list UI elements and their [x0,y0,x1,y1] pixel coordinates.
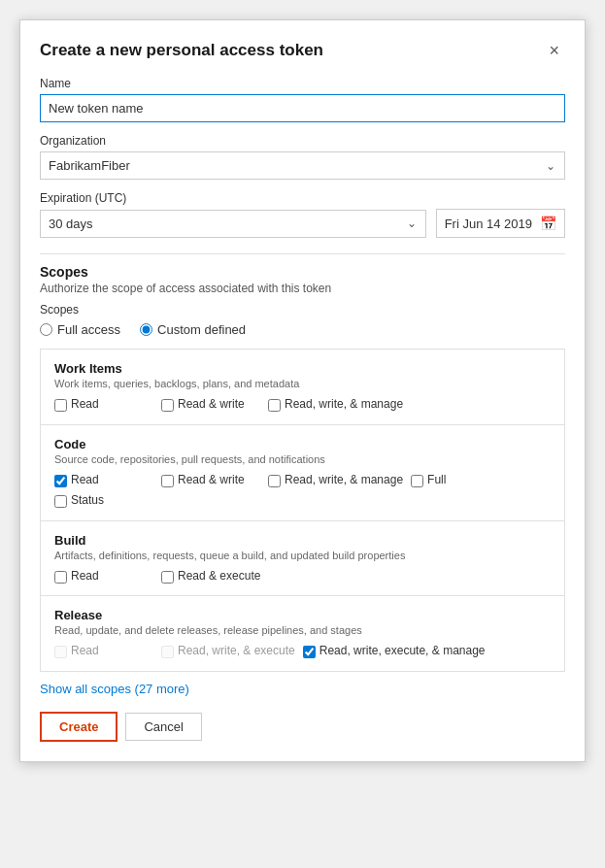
checkbox-item-3-0: Read [54,644,161,659]
checkbox-label-1-2: Read, write, & manage [285,473,403,488]
checkbox-label-0-0: Read [71,397,99,413]
checkbox-label-3-0: Read [71,644,99,659]
checkbox-label-1-4: Status [71,493,104,509]
scope-name-0: Work Items [54,361,551,376]
checkbox-label-3-1: Read, write, & execute [178,644,295,659]
dialog-title: Create a new personal access token [40,41,323,60]
checkbox-label-3-2: Read, write, execute, & manage [319,644,486,659]
scope-section-build: BuildArtifacts, definitions, requests, q… [41,521,564,597]
checkbox-item-1-1[interactable]: Read & write [161,473,268,488]
checkbox-row-2: ReadRead & execute [54,569,551,584]
create-button[interactable]: Create [40,712,118,742]
scopes-header: Scopes Authorize the scope of access ass… [40,264,565,337]
checkbox-label-1-3: Full [427,473,446,488]
scope-radio-row: Full access Custom defined [40,322,565,337]
scope-section-release: ReleaseRead, update, and delete releases… [41,596,564,671]
checkbox-input-3-0 [54,646,67,658]
checkbox-label-0-1: Read & write [178,397,245,413]
checkbox-item-0-0[interactable]: Read [54,397,161,413]
scope-name-2: Build [54,533,551,548]
expiration-select[interactable]: 30 days 60 days 90 days Custom [40,210,426,238]
checkbox-item-0-1[interactable]: Read & write [161,397,268,413]
scope-desc-2: Artifacts, definitions, requests, queue … [54,550,551,561]
checkbox-input-1-4[interactable] [54,495,67,508]
checkbox-input-1-2[interactable] [268,475,281,487]
scopes-authorize-text: Authorize the scope of access associated… [40,282,565,295]
checkbox-input-3-2[interactable] [303,646,316,658]
scope-full-access-input[interactable] [40,323,52,336]
org-select-wrapper: FabrikamFiber ⌄ [40,151,565,180]
name-field-group: Name [40,77,565,134]
scope-custom-label: Custom defined [157,322,246,337]
expiration-date-box[interactable]: Fri Jun 14 2019 📅 [436,209,565,238]
checkbox-input-2-1[interactable] [161,571,174,584]
scope-custom-radio[interactable]: Custom defined [140,322,246,337]
checkbox-input-0-0[interactable] [54,399,67,412]
expiration-row: 30 days 60 days 90 days Custom ⌄ Fri Jun… [40,209,565,238]
checkbox-item-2-1[interactable]: Read & execute [161,569,268,584]
checkbox-item-1-3[interactable]: Full [411,473,518,488]
scope-desc-1: Source code, repositories, pull requests… [54,453,551,465]
checkbox-row-0: ReadRead & writeRead, write, & manage [54,397,551,413]
checkbox-input-0-2[interactable] [268,399,281,412]
scopes-label: Scopes [40,303,565,317]
expiration-date-text: Fri Jun 14 2019 [445,217,532,231]
checkbox-item-2-0[interactable]: Read [54,569,161,584]
scopes-section-title: Scopes [40,264,565,280]
checkbox-item-1-4[interactable]: Status [54,493,161,509]
checkbox-item-3-2[interactable]: Read, write, execute, & manage [303,644,493,659]
create-token-dialog: Create a new personal access token × Nam… [19,19,586,762]
footer-row: Create Cancel [40,712,565,742]
token-name-input[interactable] [40,94,565,122]
scope-section-work-items: Work ItemsWork items, queries, backlogs,… [41,350,564,425]
expiration-field-group: Expiration (UTC) 30 days 60 days 90 days… [40,191,565,238]
checkbox-item-3-1: Read, write, & execute [161,644,303,659]
org-label: Organization [40,134,565,148]
org-select[interactable]: FabrikamFiber [40,151,565,180]
checkbox-input-0-1[interactable] [161,399,174,412]
checkbox-label-2-1: Read & execute [178,569,260,584]
checkbox-input-2-0[interactable] [54,571,67,584]
scope-custom-input[interactable] [140,323,152,336]
close-button[interactable]: × [543,40,565,61]
scope-desc-3: Read, update, and delete releases, relea… [54,624,551,636]
dialog-header: Create a new personal access token × [40,40,565,61]
checkbox-item-1-2[interactable]: Read, write, & manage [268,473,411,488]
scope-desc-0: Work items, queries, backlogs, plans, an… [54,378,551,389]
checkbox-label-1-0: Read [71,473,99,488]
checkbox-label-0-2: Read, write, & manage [285,397,403,413]
scope-name-3: Release [54,608,551,622]
checkbox-label-1-1: Read & write [178,473,245,488]
divider-1 [40,253,565,254]
checkbox-item-1-0[interactable]: Read [54,473,161,488]
checkbox-item-0-2[interactable]: Read, write, & manage [268,397,411,413]
cancel-button[interactable]: Cancel [125,713,201,741]
checkbox-row-1: ReadRead & writeRead, write, & manageFul… [54,473,551,509]
checkbox-input-1-1[interactable] [161,475,174,487]
checkbox-input-3-1 [161,646,174,658]
org-field-group: Organization FabrikamFiber ⌄ [40,134,565,180]
calendar-icon: 📅 [540,216,556,231]
checkbox-input-1-3[interactable] [411,475,423,487]
scope-full-access-radio[interactable]: Full access [40,322,120,337]
show-all-scopes-link[interactable]: Show all scopes (27 more) [40,682,565,696]
scope-name-1: Code [54,437,551,451]
checkbox-row-3: ReadRead, write, & executeRead, write, e… [54,644,551,659]
scopes-container[interactable]: Work ItemsWork items, queries, backlogs,… [40,349,565,672]
scope-section-code: CodeSource code, repositories, pull requ… [41,425,564,521]
checkbox-input-1-0[interactable] [54,475,67,487]
expiration-select-wrapper: 30 days 60 days 90 days Custom ⌄ [40,210,426,238]
checkbox-label-2-0: Read [71,569,99,584]
expiration-label: Expiration (UTC) [40,191,565,205]
name-label: Name [40,77,565,90]
scope-full-access-label: Full access [57,322,120,337]
